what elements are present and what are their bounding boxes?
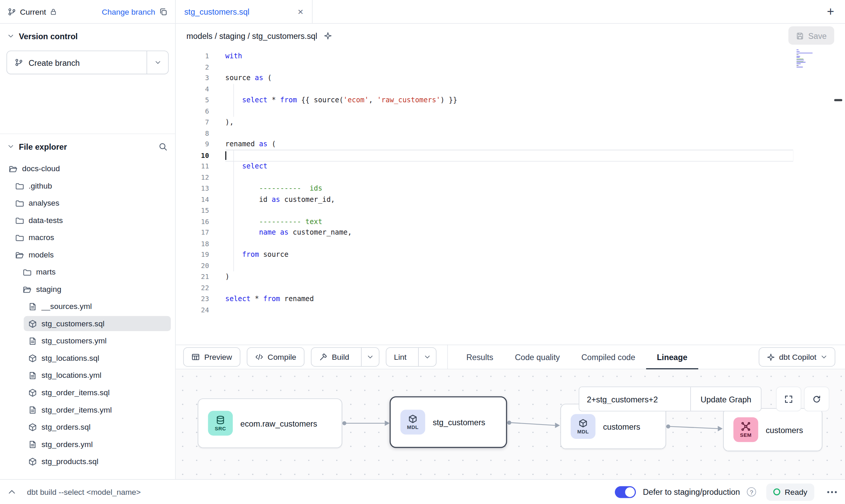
code-line[interactable]: 13 ---------- ids — [176, 183, 845, 194]
code-line-text: select * from renamed — [225, 294, 793, 305]
status-ready-button[interactable]: Ready — [766, 483, 814, 501]
code-line[interactable]: 8 — [176, 128, 845, 139]
line-number: 22 — [176, 282, 209, 293]
branch-bar: Current Change branch — [0, 0, 175, 24]
fullscreen-button[interactable] — [776, 387, 801, 412]
code-line[interactable]: 4 — [176, 84, 845, 95]
code-line[interactable]: 18 — [176, 238, 845, 249]
tree-item-data-tests[interactable]: data-tests — [0, 212, 175, 229]
code-line[interactable]: 24 — [176, 305, 845, 315]
lineage-node-customers-3[interactable]: SEMcustomers — [723, 408, 822, 451]
search-icon[interactable] — [158, 142, 168, 151]
change-branch-link[interactable]: Change branch — [102, 7, 155, 16]
lint-button[interactable]: Lint — [386, 348, 414, 366]
dbt-copilot-button[interactable]: dbt Copilot — [759, 347, 835, 367]
refresh-button[interactable] — [804, 387, 829, 412]
tree-item-models[interactable]: models — [0, 246, 175, 264]
tree-item-label: stg_locations.yml — [42, 371, 102, 380]
tree-item-stg_orders.sql[interactable]: stg_orders.sql — [0, 418, 175, 436]
editor-tabbar: stg_customers.sql × + — [176, 0, 845, 24]
defer-toggle[interactable] — [615, 486, 636, 498]
save-button[interactable]: Save — [788, 26, 834, 45]
node-label: ecom.raw_customers — [240, 419, 328, 428]
code-line-text: select — [225, 161, 793, 172]
more-options-button[interactable] — [827, 490, 837, 493]
tab-label: stg_customers.sql — [184, 7, 249, 16]
code-line-text: ), — [225, 117, 793, 128]
tree-item-stg_locations.sql[interactable]: stg_locations.sql — [0, 350, 175, 367]
code-line[interactable]: 6 — [176, 106, 845, 117]
lineage-node-ecom.raw_customers-0[interactable]: SRCecom.raw_customers — [198, 398, 342, 448]
tab-lineage[interactable]: Lineage — [646, 345, 698, 370]
chevron-up-icon[interactable] — [8, 488, 16, 496]
tree-item-stg_order_items.sql[interactable]: stg_order_items.sql — [0, 384, 175, 401]
tree-item-stg_orders.yml[interactable]: stg_orders.yml — [0, 435, 175, 453]
tab-code-quality[interactable]: Code quality — [504, 345, 571, 370]
tree-item-stg_customers.sql[interactable]: stg_customers.sql — [0, 315, 175, 332]
code-line[interactable]: 3source as ( — [176, 73, 845, 84]
preview-button[interactable]: Preview — [183, 347, 240, 367]
file-tree: docs-cloud.githubanalysesdata-testsmacro… — [0, 159, 175, 470]
lineage-selector-input[interactable] — [579, 387, 690, 411]
code-line[interactable]: 11 select — [176, 161, 845, 172]
tree-item-label: __sources.yml — [42, 302, 92, 311]
lint-dropdown[interactable] — [418, 348, 436, 366]
line-number: 2 — [176, 62, 209, 73]
code-line[interactable]: 5 select * from {{ source('ecom', 'raw_c… — [176, 95, 845, 106]
tree-item-stg_customers.yml[interactable]: stg_customers.yml — [0, 332, 175, 350]
code-line[interactable]: 16 ---------- text — [176, 216, 845, 227]
tree-item-.github[interactable]: .github — [0, 177, 175, 194]
code-line[interactable]: 14 id as customer_id, — [176, 194, 845, 205]
dbt-copilot-label: dbt Copilot — [779, 353, 816, 361]
tree-item-marts[interactable]: marts — [0, 263, 175, 281]
tree-item-__sources.yml[interactable]: __sources.yml — [0, 298, 175, 315]
tab-compiled-code[interactable]: Compiled code — [571, 345, 646, 370]
code-line[interactable]: 12 — [176, 172, 845, 183]
file-icon — [28, 336, 37, 345]
tree-item-label: stg_order_items.yml — [42, 405, 112, 414]
code-line[interactable]: 10 — [176, 150, 845, 161]
tree-item-macros[interactable]: macros — [0, 229, 175, 246]
code-line[interactable]: 7), — [176, 117, 845, 128]
compile-button[interactable]: Compile — [247, 347, 304, 367]
tab-results[interactable]: Results — [456, 345, 504, 370]
tree-item-stg_order_items.yml[interactable]: stg_order_items.yml — [0, 401, 175, 418]
file-explorer-title: File explorer — [19, 142, 67, 151]
editor-minimap[interactable] — [797, 49, 816, 68]
update-graph-button[interactable]: Update Graph — [690, 387, 761, 411]
tree-item-stg_locations.yml[interactable]: stg_locations.yml — [0, 367, 175, 384]
code-line[interactable]: 1with — [176, 50, 845, 61]
code-line-text — [225, 260, 793, 271]
build-button[interactable]: Build — [311, 348, 357, 366]
copy-icon[interactable] — [159, 7, 168, 16]
lineage-node-stg_customers-1[interactable]: MDLstg_customers — [390, 396, 507, 448]
code-line[interactable]: 9renamed as ( — [176, 139, 845, 150]
code-editor[interactable]: 1with23source as (45 select * from {{ so… — [176, 47, 845, 345]
lineage-panel[interactable]: SRCecom.raw_customersMDLstg_customersMDL… — [176, 369, 845, 479]
code-line[interactable]: 20 — [176, 260, 845, 271]
code-line-text: from source — [225, 249, 793, 260]
copilot-sparkle-icon[interactable] — [324, 31, 332, 40]
help-icon[interactable]: ? — [747, 487, 756, 496]
code-line[interactable]: 22 — [176, 282, 845, 293]
version-control-header[interactable]: Version control — [0, 24, 175, 48]
code-line[interactable]: 15 — [176, 205, 845, 216]
tree-item-analyses[interactable]: analyses — [0, 194, 175, 212]
code-line[interactable]: 19 from source — [176, 249, 845, 260]
new-tab-button[interactable]: + — [827, 5, 834, 18]
code-line[interactable]: 2 — [176, 62, 845, 73]
code-line[interactable]: 21) — [176, 271, 845, 282]
create-branch-dropdown[interactable] — [146, 51, 168, 74]
tree-item-staging[interactable]: staging — [0, 281, 175, 298]
build-dropdown[interactable] — [361, 348, 379, 366]
tree-item-stg_products.sql[interactable]: stg_products.sql — [0, 453, 175, 470]
editor-scrollbar-thumb[interactable] — [834, 99, 842, 101]
file-explorer-header[interactable]: File explorer — [0, 134, 175, 159]
tree-item-label: stg_order_items.sql — [42, 388, 110, 397]
close-icon[interactable]: × — [298, 7, 303, 16]
tree-item-docs-cloud[interactable]: docs-cloud — [0, 160, 175, 177]
tab-stg-customers-sql[interactable]: stg_customers.sql × — [176, 0, 313, 23]
code-line[interactable]: 17 name as customer_name, — [176, 227, 845, 238]
create-branch-button[interactable]: Create branch — [6, 50, 169, 74]
code-line[interactable]: 23select * from renamed — [176, 294, 845, 305]
